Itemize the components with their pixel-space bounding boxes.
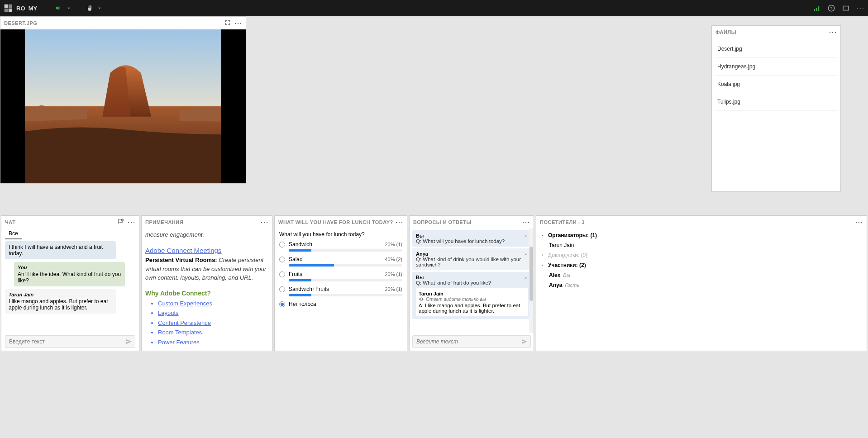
pod-menu-icon[interactable]: [127, 218, 135, 227]
lower-section: ЧАТ Все I think I will have a sandwich a…: [0, 215, 868, 351]
chevron-down-icon[interactable]: [523, 233, 529, 239]
chevron-down-icon: [65, 5, 72, 12]
attendee-row[interactable]: Tarun Jain: [539, 240, 864, 250]
notes-pod-title: ПРИМЕЧАНИЯ: [145, 219, 260, 225]
radio-icon[interactable]: [279, 257, 285, 262]
qa-pod: ВОПРОСЫ И ОТВЕТЫ Вы Q: What will you hav…: [409, 215, 534, 351]
qa-sender: Вы: [416, 233, 528, 238]
notes-bullet-link[interactable]: Power Features: [158, 339, 200, 346]
svg-text:?: ?: [830, 6, 833, 11]
notes-pod: ПРИМЕЧАНИЯ measure engagement. Adobe Con…: [141, 215, 272, 351]
group-label: Организаторы: (1): [548, 232, 597, 238]
speaker-icon: [55, 5, 62, 12]
image-pod-title: DESERT.JPG: [4, 20, 224, 26]
attendee-tag: Вы: [563, 272, 570, 278]
fullscreen-icon[interactable]: [842, 4, 850, 12]
more-menu-icon[interactable]: [856, 4, 864, 13]
image-viewport[interactable]: [0, 29, 246, 183]
poll-option-pct: 20% (1): [385, 242, 402, 247]
radio-icon[interactable]: [279, 301, 285, 307]
notes-bullet-link[interactable]: Content Persistence: [158, 319, 211, 326]
pod-menu-icon[interactable]: [234, 19, 242, 28]
qa-input[interactable]: [412, 335, 531, 348]
notes-meetings-link[interactable]: Adobe Connect Meetings: [145, 247, 221, 254]
send-icon[interactable]: [125, 338, 133, 345]
send-icon[interactable]: [521, 338, 528, 345]
notes-bullet-link[interactable]: Custom Experiences: [158, 300, 212, 307]
fullscreen-icon[interactable]: [224, 19, 231, 26]
help-icon[interactable]: ?: [827, 4, 835, 12]
chevron-down-icon[interactable]: [523, 251, 529, 257]
attendee-group-participants[interactable]: Участники: (2): [539, 260, 864, 270]
poll-option-label: Sandwich: [289, 241, 312, 248]
file-row[interactable]: Tulips.jpg: [715, 93, 837, 111]
radio-icon[interactable]: [279, 242, 285, 248]
chat-settings-icon[interactable]: [117, 218, 124, 225]
pod-menu-icon[interactable]: [395, 218, 403, 227]
file-row[interactable]: Desert.jpg: [715, 40, 837, 58]
poll-option[interactable]: Sandwich20% (1): [279, 241, 402, 252]
hand-icon: [86, 5, 93, 12]
hand-menu-button[interactable]: [86, 5, 103, 12]
pod-menu-icon[interactable]: [855, 218, 863, 227]
chat-sender: Tarun Jain: [9, 292, 112, 297]
notes-content[interactable]: measure engagement. Adobe Connect Meetin…: [142, 229, 272, 351]
radio-icon[interactable]: [279, 271, 285, 277]
file-row[interactable]: Hydrangeas.jpg: [715, 58, 837, 76]
eye-icon: [419, 296, 424, 302]
qa-item[interactable]: Вы Q: What kind of fruit do you like? Ta…: [412, 272, 532, 319]
attendee-group-presenters[interactable]: Докладчики: (0): [539, 250, 864, 260]
chat-tab-all[interactable]: Все: [5, 229, 22, 239]
group-label: Участники: (2): [548, 262, 586, 268]
pod-menu-icon[interactable]: [829, 28, 837, 37]
poll-option-novote[interactable]: Нет голоса: [279, 301, 402, 307]
notes-bullet-link[interactable]: Layouts: [158, 309, 179, 316]
notes-why-heading: Why Adobe Connect?: [145, 289, 268, 298]
poll-option-pct: 40% (2): [385, 257, 402, 262]
poll-option-label: Salad: [289, 256, 303, 262]
poll-option[interactable]: Salad40% (2): [279, 256, 402, 267]
files-pod-title: ФАЙЛЫ: [715, 29, 829, 35]
poll-option[interactable]: Sandwich+Fruits20% (1): [279, 286, 402, 296]
attendee-row[interactable]: Alex Вы: [539, 270, 864, 280]
qa-item[interactable]: Anya Q: What kind of drink you would lik…: [412, 248, 532, 270]
chat-message: Tarun Jain I like mango and apples. But …: [5, 289, 116, 314]
poll-option[interactable]: Fruits20% (1): [279, 271, 402, 281]
attendee-name: Alex: [549, 272, 560, 278]
file-row[interactable]: Koala.jpg: [715, 76, 837, 93]
chevron-down-icon: [540, 233, 545, 238]
attendee-row[interactable]: Anya Гость: [539, 280, 864, 290]
chevron-up-icon[interactable]: [523, 275, 529, 281]
pod-menu-icon[interactable]: [260, 218, 268, 227]
chat-message-list[interactable]: I think I will have a sandwich and a fru…: [1, 239, 139, 333]
qa-answer-name: Tarun Jain: [419, 291, 525, 296]
chat-message: I think I will have a sandwich and a fru…: [5, 241, 116, 259]
connection-icon[interactable]: [813, 4, 821, 12]
chevron-down-icon: [96, 5, 103, 12]
poll-option-pct: 20% (1): [385, 286, 402, 292]
top-bar: RO_MY ?: [0, 0, 868, 16]
chevron-down-icon: [540, 262, 545, 268]
pod-menu-icon[interactable]: [522, 218, 530, 227]
svg-rect-9: [843, 6, 849, 10]
qa-answer-meta: Ответ видите только вы: [426, 296, 486, 302]
notes-bullet-link[interactable]: Room Templates: [158, 329, 202, 336]
qa-item[interactable]: Вы Q: What will you have for lunch today…: [412, 230, 532, 247]
app-logo-icon: [4, 4, 13, 13]
qa-scrollbar[interactable]: [529, 229, 534, 333]
scrollbar-thumb[interactable]: [529, 247, 533, 301]
attendee-tag: Гость: [565, 282, 579, 288]
audio-menu-button[interactable]: [55, 5, 72, 12]
svg-rect-1: [9, 5, 12, 8]
qa-sender: Вы: [416, 275, 528, 280]
attendee-group-hosts[interactable]: Организаторы: (1): [539, 230, 864, 240]
chevron-right-icon: [540, 252, 545, 258]
radio-icon[interactable]: [279, 286, 285, 292]
upper-section: DESERT.JPG: [0, 16, 868, 215]
qa-sender: Anya: [416, 251, 528, 257]
qa-list[interactable]: Вы Q: What will you have for lunch today…: [410, 229, 534, 333]
chat-input[interactable]: [5, 335, 135, 348]
svg-rect-6: [818, 6, 819, 11]
chat-message: You Ah! I like the idea. What kind of fr…: [14, 262, 125, 286]
attendee-name: Tarun Jain: [549, 242, 574, 248]
